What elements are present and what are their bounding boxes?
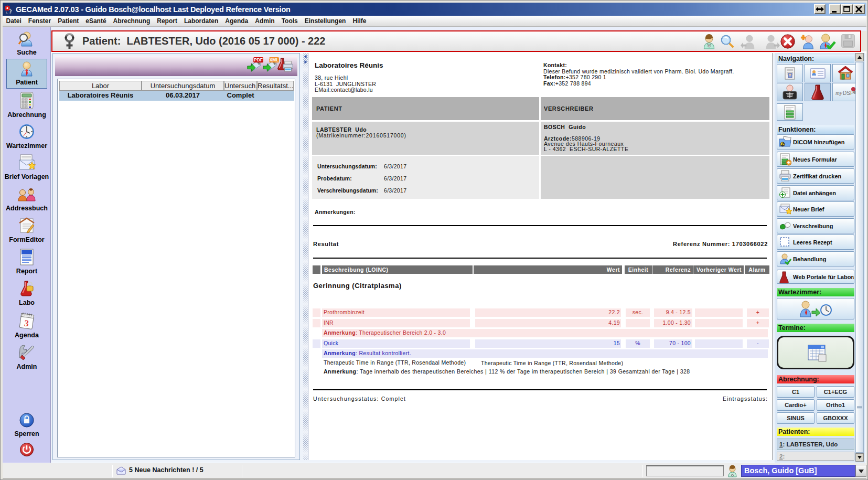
svg-text:my: my <box>835 90 842 96</box>
svg-text:DSP: DSP <box>843 90 854 96</box>
svg-text:PDF: PDF <box>254 57 263 62</box>
